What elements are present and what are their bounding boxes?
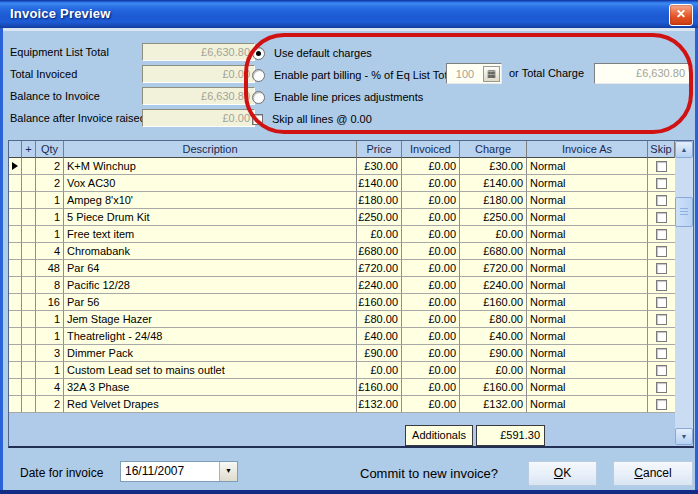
total-charge-field[interactable]: £6,630.80 [594,63,691,84]
row-selector-cell[interactable] [9,396,22,413]
row-expand-cell[interactable] [22,396,36,413]
skip-checkbox[interactable] [656,331,667,342]
row-expand-cell[interactable] [22,379,36,396]
charge-cell: £160.00 [460,294,527,311]
skip-checkbox[interactable] [656,399,667,410]
skip-checkbox[interactable] [656,229,667,240]
or-total-charge-label: or Total Charge [509,67,584,79]
row-expand-cell[interactable] [22,294,36,311]
header-qty[interactable]: Qty [36,141,64,158]
use-default-charges-option[interactable]: Use default charges [252,46,372,60]
skip-all-lines-checkbox[interactable] [252,114,263,125]
row-selector-cell[interactable] [9,328,22,345]
row-expand-cell[interactable] [22,311,36,328]
balance-to-invoice-label: Balance to Invoice [10,87,100,105]
row-expand-cell[interactable] [22,226,36,243]
price-cell: £680.00 [357,243,402,260]
use-default-charges-label: Use default charges [274,47,372,59]
skip-checkbox[interactable] [656,314,667,325]
header-price[interactable]: Price [357,141,402,158]
scroll-up-icon[interactable]: ▲ [675,141,693,158]
ok-button[interactable]: OK [528,461,597,486]
radio-line-prices[interactable] [252,91,265,104]
line-prices-option[interactable]: Enable line prices adjustments [252,90,423,104]
header-charge[interactable]: Charge [460,141,527,158]
radio-use-default-charges[interactable] [252,47,265,60]
skip-checkbox[interactable] [656,246,667,257]
skip-cell [648,379,675,396]
skip-checkbox[interactable] [656,263,667,274]
row-expand-cell[interactable] [22,175,36,192]
row-selector-cell[interactable] [9,260,22,277]
row-selector-cell[interactable] [9,209,22,226]
invoice-preview-dialog: Invoice Preview ✕ Equipment List Total £… [0,0,698,494]
grid-scrollbar[interactable]: ▲ ▼ [675,141,693,445]
title-bar: Invoice Preview ✕ [0,0,698,28]
invoice-as-cell: Normal [527,158,648,175]
description-cell: Theatrelight - 24/48 [64,328,357,345]
skip-checkbox[interactable] [656,212,667,223]
calculator-icon[interactable]: ▦ [483,66,500,82]
charge-cell: £160.00 [460,379,527,396]
row-selector-cell[interactable] [9,362,22,379]
date-for-invoice-combo[interactable]: 16/11/2007 ▼ [120,461,238,482]
invoiced-cell: £0.00 [402,192,460,209]
skip-checkbox[interactable] [656,348,667,359]
skip-checkbox[interactable] [656,195,667,206]
cancel-button[interactable]: Cancel [613,461,693,486]
row-expand-cell[interactable] [22,345,36,362]
row-selector-cell[interactable] [9,294,22,311]
row-expand-cell[interactable] [22,158,36,175]
row-expand-cell[interactable] [22,277,36,294]
skip-checkbox[interactable] [656,178,667,189]
price-cell: £160.00 [357,294,402,311]
header-skip[interactable]: Skip [648,141,675,158]
skip-all-lines-option[interactable]: Skip all lines @ 0.00 [252,112,372,126]
skip-checkbox[interactable] [656,297,667,308]
row-selector-cell[interactable] [9,311,22,328]
skip-cell [648,158,675,175]
scroll-down-icon[interactable]: ▼ [675,428,693,445]
row-expand-cell[interactable] [22,260,36,277]
qty-cell: 16 [36,294,64,311]
additionals-button[interactable]: Additionals [405,425,473,446]
row-selector-cell[interactable] [9,226,22,243]
row-selector-cell[interactable] [9,192,22,209]
row-expand-cell[interactable] [22,209,36,226]
qty-cell: 1 [36,328,64,345]
table-row: 1 5 Piece Drum Kit £250.00 £0.00 £250.00… [9,209,675,226]
radio-part-billing[interactable] [252,69,265,82]
skip-checkbox[interactable] [656,280,667,291]
row-expand-cell[interactable] [22,362,36,379]
chevron-down-icon[interactable]: ▼ [219,462,237,481]
invoiced-cell: £0.00 [402,396,460,413]
skip-checkbox[interactable] [656,382,667,393]
balance-to-invoice-field: £6,630.80 [142,87,255,105]
header-expand[interactable]: + [22,141,36,158]
row-expand-cell[interactable] [22,192,36,209]
row-selector-cell[interactable] [9,243,22,260]
invoiced-cell: £0.00 [402,345,460,362]
invoiced-cell: £0.00 [402,209,460,226]
skip-checkbox[interactable] [656,161,667,172]
skip-all-lines-label: Skip all lines @ 0.00 [272,113,372,125]
row-selector-cell[interactable] [9,158,22,175]
header-invoiced[interactable]: Invoiced [402,141,460,158]
close-icon[interactable]: ✕ [669,4,693,26]
charge-cell: £0.00 [460,362,527,379]
row-selector-cell[interactable] [9,379,22,396]
invoice-as-cell: Normal [527,328,648,345]
scrollbar-thumb[interactable] [675,197,693,227]
header-invoice-as[interactable]: Invoice As [527,141,648,158]
part-billing-option[interactable]: Enable part billing - % of Eq List Total [252,68,456,82]
row-expand-cell[interactable] [22,328,36,345]
row-selector-cell[interactable] [9,175,22,192]
row-expand-cell[interactable] [22,243,36,260]
row-selector-cell[interactable] [9,277,22,294]
grid-header-row: + Qty Description Price Invoiced Charge … [9,141,675,158]
row-selector-cell[interactable] [9,345,22,362]
skip-checkbox[interactable] [656,365,667,376]
header-description[interactable]: Description [64,141,357,158]
percent-of-eq-list-field[interactable]: 100 ▦ [446,63,502,84]
window-frame-bottom [0,490,698,494]
